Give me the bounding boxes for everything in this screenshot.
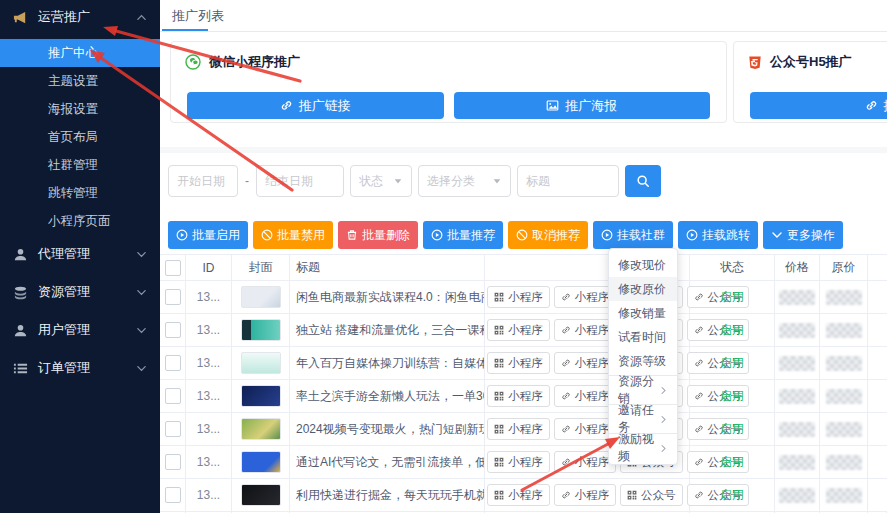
mount-redirect-button[interactable]: 挂载跳转 [678, 221, 758, 249]
tab-promo-list[interactable]: 推广列表 [172, 7, 224, 25]
masked-price [779, 290, 815, 305]
masked-original-price [826, 323, 862, 338]
caret-down-icon [393, 176, 403, 186]
miniapp-link-button[interactable]: 小程序 [554, 418, 617, 440]
sidebar-item-theme-settings[interactable]: 主题设置 [0, 67, 160, 95]
batch-enable-button[interactable]: 批量启用 [168, 221, 248, 249]
card-title: 公众号H5推广 [734, 42, 887, 71]
sidebar-item-poster-settings[interactable]: 海报设置 [0, 95, 160, 123]
category-select[interactable]: 选择分类 [418, 165, 511, 197]
row-checkbox[interactable] [165, 355, 181, 371]
sidebar-item-orders[interactable]: 订单管理 [0, 349, 160, 387]
resources-icon [13, 285, 28, 300]
miniapp-qrcode-button[interactable]: 小程序 [487, 286, 550, 308]
row-actions: 小程序 小程序 公众号 公众号 [485, 479, 690, 511]
row-checkbox[interactable] [165, 322, 181, 338]
wechat-miniapp-promo-card: 微信小程序推广 推广链接 推广海报 [170, 41, 727, 123]
promo-poster-button[interactable]: 推广海报 [454, 92, 711, 119]
miniapp-qrcode-button[interactable]: 小程序 [487, 352, 550, 374]
qrcode-icon [494, 391, 504, 401]
sidebar-item-label: 用户管理 [38, 321, 90, 339]
title-search-input[interactable] [517, 165, 619, 197]
sidebar-item-promo-center[interactable]: 推广中心 [0, 39, 160, 67]
cancel-recommend-button[interactable]: 取消推荐 [508, 221, 588, 249]
sidebar-item-community[interactable]: 社群管理 [0, 151, 160, 179]
header-status: 状态 [690, 255, 775, 280]
row-checkbox[interactable] [165, 421, 181, 437]
miniapp-qrcode-button[interactable]: 小程序 [487, 418, 550, 440]
status-badge: 启用 [690, 413, 775, 445]
miniapp-qrcode-button[interactable]: 小程序 [487, 451, 550, 473]
link-icon [561, 457, 571, 467]
start-date-input[interactable] [168, 165, 238, 197]
row-checkbox[interactable] [165, 388, 181, 404]
masked-price [779, 488, 815, 503]
sidebar-item-operations[interactable]: 运营推广 [0, 0, 160, 34]
batch-action-bar: 批量启用 批量禁用 批量删除 批量推荐 取消推荐 挂载社群 [168, 221, 843, 249]
ban-icon [261, 229, 273, 241]
menu-item-edit-current-price[interactable]: 修改现价 [609, 253, 677, 277]
batch-delete-button[interactable]: 批量删除 [338, 221, 418, 249]
mount-community-button[interactable]: 挂载社群 [593, 221, 673, 249]
select-all-checkbox[interactable] [165, 260, 181, 276]
batch-recommend-button[interactable]: 批量推荐 [423, 221, 503, 249]
end-date-input[interactable] [256, 165, 344, 197]
status-badge: 启用 [690, 380, 775, 412]
row-checkbox[interactable] [165, 487, 181, 503]
cover-thumbnail [241, 385, 281, 407]
sidebar-item-miniapp-pages[interactable]: 小程序页面 [0, 207, 160, 235]
qrcode-icon [494, 457, 504, 467]
search-button[interactable] [625, 165, 661, 197]
sidebar-item-redirect[interactable]: 跳转管理 [0, 179, 160, 207]
sidebar-item-agents[interactable]: 代理管理 [0, 235, 160, 273]
card-title: 微信小程序推广 [171, 42, 726, 71]
more-actions-button[interactable]: 更多操作 [763, 221, 843, 249]
official-qrcode-button[interactable]: 公众号 [620, 484, 683, 506]
list-panel: - 状态 选择分类 批量启用 [160, 153, 887, 513]
miniapp-link-button[interactable]: 小程序 [554, 385, 617, 407]
miniapp-link-button[interactable]: 小程序 [554, 484, 617, 506]
row-checkbox[interactable] [165, 289, 181, 305]
chevron-right-icon [659, 415, 668, 424]
menu-item-edit-original-price[interactable]: 修改原价 [609, 277, 677, 301]
menu-item-resource-level[interactable]: 资源等级 [609, 349, 677, 373]
menu-item-invite-task[interactable]: 邀请任务 [609, 407, 677, 431]
batch-disable-button[interactable]: 批量禁用 [253, 221, 333, 249]
miniapp-link-button[interactable]: 小程序 [554, 319, 617, 341]
sidebar-item-home-layout[interactable]: 首页布局 [0, 123, 160, 151]
miniapp-qrcode-button[interactable]: 小程序 [487, 484, 550, 506]
miniapp-link-button[interactable]: 小程序 [554, 451, 617, 473]
header-title: 标题 [290, 255, 485, 280]
promo-link-button[interactable]: 推广链接 [187, 92, 444, 119]
masked-price [779, 389, 815, 404]
sidebar-item-label: 运营推广 [38, 8, 90, 26]
link-icon [561, 490, 571, 500]
miniapp-link-button[interactable]: 小程序 [554, 286, 617, 308]
link-icon [561, 358, 571, 368]
table-row: 13... 利用快递进行掘金，每天玩玩手机就能一天500+... 小程序 小程序… [160, 479, 887, 512]
menu-item-reward-video[interactable]: 激励视频 [609, 436, 677, 460]
qrcode-icon [494, 325, 504, 335]
menu-item-edit-sales[interactable]: 修改销量 [609, 301, 677, 325]
row-checkbox[interactable] [165, 454, 181, 470]
sidebar-item-resources[interactable]: 资源管理 [0, 273, 160, 311]
ban-icon [516, 229, 528, 241]
miniapp-link-button[interactable]: 小程序 [554, 352, 617, 374]
cover-thumbnail [241, 418, 281, 440]
miniapp-qrcode-button[interactable]: 小程序 [487, 319, 550, 341]
row-title: 率土之滨手游全新懒人玩法，一单30，小白一部... [290, 380, 485, 412]
status-select[interactable]: 状态 [350, 165, 412, 197]
row-id: 13... [186, 413, 232, 445]
masked-original-price [826, 356, 862, 371]
miniapp-qrcode-button[interactable]: 小程序 [487, 385, 550, 407]
qrcode-icon [494, 490, 504, 500]
status-badge: 启用 [690, 314, 775, 346]
menu-item-resource-distribution[interactable]: 资源分销 [609, 378, 677, 402]
more-actions-dropdown: 修改现价 修改原价 修改销量 试看时间 资源等级 资源分销 邀请任务 激励视频 [608, 248, 678, 465]
link-icon [561, 325, 571, 335]
row-title: 利用快递进行掘金，每天玩玩手机就能一天500+... [290, 479, 485, 511]
row-title: 通过AI代写论文，无需引流接单，低门槛高收益 [290, 446, 485, 478]
promo-link-button[interactable]: 推广链接 [750, 92, 887, 119]
menu-item-trial-duration[interactable]: 试看时间 [609, 325, 677, 349]
sidebar-item-users[interactable]: 用户管理 [0, 311, 160, 349]
